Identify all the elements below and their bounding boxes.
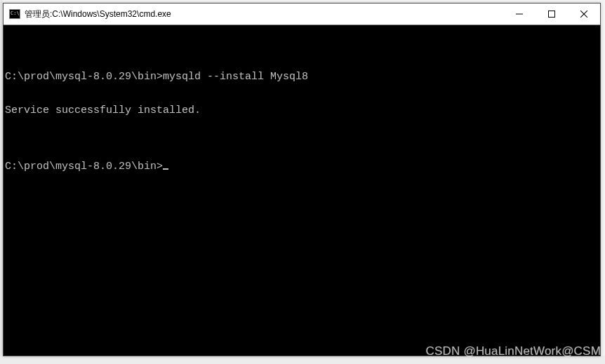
terminal-line: C:\prod\mysql-8.0.29\bin>mysqld --instal… (4, 72, 600, 83)
cmd-icon: C:\ (9, 8, 20, 20)
terminal-prompt-text: C:\prod\mysql-8.0.29\bin> (5, 161, 163, 173)
close-button[interactable] (568, 4, 600, 25)
minimize-button[interactable] (503, 4, 536, 25)
svg-text:C:\: C:\ (11, 11, 20, 16)
cursor-icon (163, 168, 168, 170)
maximize-button[interactable] (536, 4, 568, 25)
window-controls (503, 4, 600, 25)
window-title-prefix: 管理员: (25, 8, 52, 20)
background-bottom-strip (0, 356, 605, 364)
terminal-line: Service successfully installed. (4, 105, 600, 116)
cmd-window: C:\ 管理员: C:\Windows\System32\cmd.exe C:\… (3, 3, 601, 356)
window-title-path: C:\Windows\System32\cmd.exe (52, 9, 171, 19)
terminal-prompt-line: C:\prod\mysql-8.0.29\bin> (4, 161, 600, 173)
titlebar[interactable]: C:\ 管理员: C:\Windows\System32\cmd.exe (4, 4, 600, 25)
terminal-area[interactable]: C:\prod\mysql-8.0.29\bin>mysqld --instal… (4, 25, 600, 356)
svg-rect-3 (549, 11, 555, 18)
